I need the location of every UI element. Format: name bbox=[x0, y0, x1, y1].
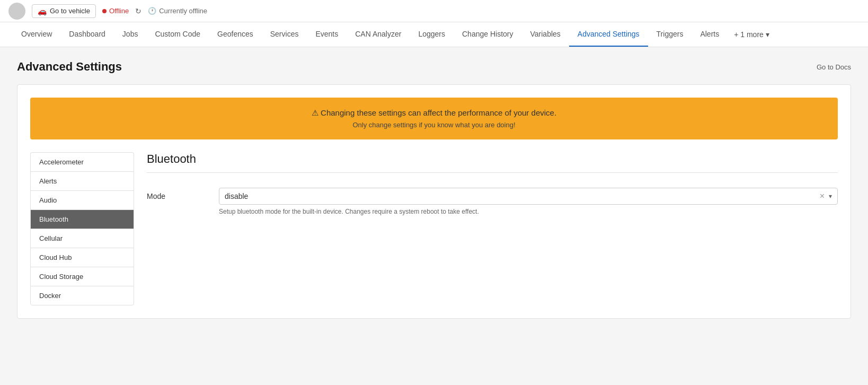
tab-custom-code[interactable]: Custom Code bbox=[146, 22, 209, 47]
mode-control: disable × ▾ Setup bluetooth mode for the… bbox=[219, 188, 838, 215]
main-content: Advanced Settings Go to Docs ⚠ Changing … bbox=[0, 47, 868, 331]
mode-label: Mode bbox=[147, 188, 210, 200]
refresh-icon[interactable]: ↻ bbox=[135, 7, 141, 15]
offline-label: Offline bbox=[109, 7, 129, 15]
tab-can-analyzer[interactable]: CAN Analyzer bbox=[347, 22, 410, 47]
warning-subtitle: Only change settings if you know what yo… bbox=[43, 121, 825, 129]
clock-icon: 🕐 bbox=[148, 7, 156, 15]
currently-offline: 🕐 Currently offline bbox=[148, 7, 207, 15]
tab-alerts[interactable]: Alerts bbox=[692, 22, 728, 47]
tab-dashboard[interactable]: Dashboard bbox=[60, 22, 114, 47]
offline-dot bbox=[102, 9, 107, 13]
warning-title: ⚠ Changing these settings can affect the… bbox=[43, 108, 825, 118]
tab-geofences[interactable]: Geofences bbox=[209, 22, 262, 47]
more-label: + 1 more bbox=[734, 30, 764, 39]
go-to-vehicle-button[interactable]: 🚗 Go to vehicle bbox=[32, 4, 96, 18]
tab-overview[interactable]: Overview bbox=[13, 22, 60, 47]
go-vehicle-label: Go to vehicle bbox=[50, 7, 90, 15]
content-area: Accelerometer Alerts Audio Bluetooth Cel… bbox=[30, 152, 838, 305]
mode-clear-icon[interactable]: × bbox=[820, 191, 825, 201]
currently-offline-label: Currently offline bbox=[159, 7, 207, 15]
tab-loggers[interactable]: Loggers bbox=[410, 22, 454, 47]
page-header: Advanced Settings Go to Docs bbox=[17, 60, 851, 74]
page-title: Advanced Settings bbox=[17, 60, 122, 74]
tab-jobs[interactable]: Jobs bbox=[114, 22, 147, 47]
sidebar-item-docker[interactable]: Docker bbox=[30, 286, 134, 305]
mode-setting-row: Mode disable × ▾ Setup bluetooth mode fo… bbox=[147, 181, 838, 222]
tab-advanced-settings[interactable]: Advanced Settings bbox=[569, 22, 648, 47]
tab-more[interactable]: + 1 more ▾ bbox=[728, 23, 776, 46]
go-to-docs-link[interactable]: Go to Docs bbox=[817, 63, 851, 71]
mode-select-value: disable bbox=[225, 192, 816, 200]
sidebar-item-cloud-hub[interactable]: Cloud Hub bbox=[30, 248, 134, 267]
offline-status: Offline bbox=[102, 7, 129, 15]
sidebar-item-alerts[interactable]: Alerts bbox=[30, 171, 134, 190]
mode-hint: Setup bluetooth mode for the built-in de… bbox=[219, 208, 838, 215]
warning-banner: ⚠ Changing these settings can affect the… bbox=[30, 98, 838, 139]
sidebar-item-cellular[interactable]: Cellular bbox=[30, 229, 134, 248]
mode-arrow-icon[interactable]: ▾ bbox=[829, 192, 832, 200]
tab-triggers[interactable]: Triggers bbox=[648, 22, 692, 47]
sidebar-item-accelerometer[interactable]: Accelerometer bbox=[30, 152, 134, 171]
mode-select[interactable]: disable × ▾ bbox=[219, 188, 838, 205]
tab-change-history[interactable]: Change History bbox=[454, 22, 522, 47]
car-icon: 🚗 bbox=[38, 7, 47, 15]
settings-sidebar: Accelerometer Alerts Audio Bluetooth Cel… bbox=[30, 152, 134, 305]
sidebar-item-bluetooth[interactable]: Bluetooth bbox=[30, 209, 134, 229]
tab-variables[interactable]: Variables bbox=[522, 22, 569, 47]
tab-events[interactable]: Events bbox=[307, 22, 347, 47]
chevron-down-icon: ▾ bbox=[766, 30, 769, 39]
settings-panel: Bluetooth Mode disable × ▾ Setup bluetoo… bbox=[147, 152, 838, 305]
avatar bbox=[8, 3, 25, 20]
main-card: ⚠ Changing these settings can affect the… bbox=[17, 84, 851, 319]
tab-services[interactable]: Services bbox=[262, 22, 307, 47]
nav-tabs: Overview Dashboard Jobs Custom Code Geof… bbox=[0, 22, 868, 47]
sidebar-item-audio[interactable]: Audio bbox=[30, 190, 134, 209]
settings-panel-title: Bluetooth bbox=[147, 152, 838, 173]
top-bar: 🚗 Go to vehicle Offline ↻ 🕐 Currently of… bbox=[0, 0, 868, 22]
sidebar-item-cloud-storage[interactable]: Cloud Storage bbox=[30, 267, 134, 286]
